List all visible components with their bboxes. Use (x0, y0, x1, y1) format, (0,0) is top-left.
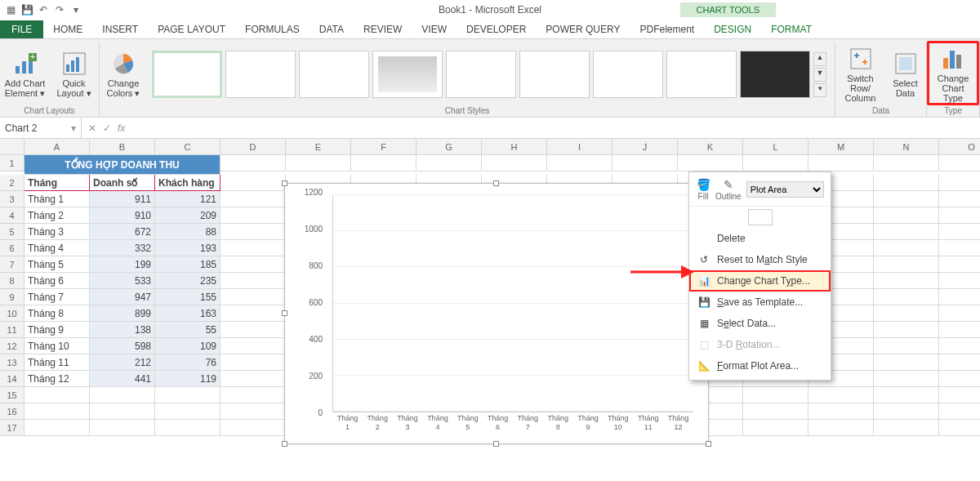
chart-type-icon: 📊 (697, 274, 710, 287)
cancel-icon[interactable]: ✕ (88, 122, 96, 134)
svg-rect-10 (851, 49, 871, 69)
svg-rect-0 (16, 66, 20, 73)
group-label-type: Type (944, 105, 962, 117)
chart-style-8[interactable] (666, 51, 737, 98)
gallery-down-icon[interactable]: ▼ (813, 68, 826, 82)
context-delete[interactable]: Delete (689, 228, 831, 249)
resize-handle-s[interactable] (493, 441, 499, 447)
gallery-more-icon[interactable]: ▾ (813, 83, 826, 97)
tab-data[interactable]: DATA (310, 20, 354, 38)
tab-insert[interactable]: INSERT (92, 20, 148, 38)
group-label-data: Data (872, 105, 889, 117)
tab-format[interactable]: FORMAT (761, 20, 822, 38)
group-label-styles: Chart Styles (445, 105, 489, 117)
embedded-chart[interactable]: 020040060080010001200 Tháng1Tháng2Tháng3… (284, 183, 709, 444)
window-title: Book1 - Microsoft Excel (439, 4, 541, 16)
chart-style-3[interactable] (299, 51, 369, 98)
tab-review[interactable]: REVIEW (354, 20, 412, 38)
resize-handle-nw[interactable] (282, 180, 287, 186)
context-select-data[interactable]: ▦Select Data... (689, 313, 831, 334)
tab-developer[interactable]: DEVELOPER (457, 20, 536, 38)
style-preview-icon[interactable] (748, 209, 773, 225)
ribbon-body: + Add Chart Element ▾ Quick Layout ▾ Cha… (0, 39, 980, 118)
svg-rect-1 (22, 61, 26, 73)
tab-view[interactable]: VIEW (412, 20, 457, 38)
title-bar: ▦ 💾 ↶ ↷ ▾ Book1 - Microsoft Excel CHART … (0, 0, 980, 20)
highlight-change-chart-type (927, 41, 979, 105)
group-chart-layouts: + Add Chart Element ▾ Quick Layout ▾ Cha… (0, 42, 100, 117)
context-reset-style[interactable]: ↺Reset to Match Style (689, 249, 831, 270)
group-label-layouts: Chart Layouts (24, 105, 74, 117)
add-chart-element-button[interactable]: + Add Chart Element ▾ (2, 49, 48, 100)
chart-style-7[interactable] (593, 51, 663, 98)
rotation-3d-icon: ⬚ (697, 338, 710, 351)
resize-handle-w[interactable] (282, 310, 287, 316)
quick-layout-button[interactable]: Quick Layout ▾ (51, 49, 97, 100)
pen-icon: ✎ (721, 177, 736, 192)
group-type: Change Chart Type Type (927, 42, 980, 117)
switch-row-column-button[interactable]: Switch Row/ Column (838, 44, 884, 105)
fill-dropdown[interactable]: 🪣Fill (696, 177, 710, 201)
chart-style-4[interactable] (372, 51, 443, 98)
chart-style-9[interactable] (740, 51, 810, 98)
fx-icon[interactable]: fx (118, 122, 125, 134)
chart-style-6[interactable] (519, 51, 590, 98)
resize-handle-sw[interactable] (282, 441, 287, 447)
tab-pdfelement[interactable]: PDFelement (630, 20, 704, 38)
save-template-icon: 💾 (697, 296, 710, 309)
enter-icon[interactable]: ✓ (103, 122, 111, 134)
context-format-plot-area[interactable]: 📐Format Plot Area... (689, 355, 831, 376)
ribbon-tabs: FILE HOME INSERT PAGE LAYOUT FORMULAS DA… (0, 20, 980, 39)
chart-styles-gallery[interactable]: ▲ ▼ ▾ (147, 51, 831, 98)
formula-bar-row: Chart 2▾ ✕ ✓ fx (0, 118, 980, 139)
change-colors-button[interactable]: Change Colors ▾ (103, 49, 144, 100)
chart-tools-contextual-tab: CHART TOOLS (680, 2, 776, 17)
chart-element-selector[interactable]: Plot Area (746, 181, 824, 198)
svg-text:+: + (30, 52, 35, 61)
resize-handle-se[interactable] (706, 441, 711, 447)
name-box[interactable]: Chart 2▾ (0, 118, 82, 138)
chart-plot-area[interactable] (332, 195, 693, 412)
save-icon[interactable]: 💾 (20, 2, 34, 17)
tab-design[interactable]: DESIGN (704, 20, 761, 38)
resize-handle-n[interactable] (493, 180, 499, 186)
chart-x-axis: Tháng1Tháng2Tháng3Tháng4Tháng5Tháng6Thán… (332, 414, 693, 435)
change-colors-icon (110, 51, 136, 77)
svg-rect-8 (76, 57, 79, 72)
chart-style-1[interactable] (152, 51, 222, 98)
tab-formulas[interactable]: FORMULAS (235, 20, 310, 38)
qat-more-icon[interactable]: ▾ (69, 2, 83, 17)
select-data-button[interactable]: Select Data (887, 49, 924, 100)
chart-style-5[interactable] (446, 51, 516, 98)
mini-toolbar: 🪣Fill ✎Outline Plot Area (689, 172, 831, 207)
chart-bars (333, 195, 693, 412)
context-change-chart-type[interactable]: 📊Change Chart Type... (689, 270, 831, 292)
gallery-up-icon[interactable]: ▲ (813, 52, 826, 66)
chart-style-2[interactable] (225, 51, 296, 98)
tab-home[interactable]: HOME (43, 20, 92, 38)
quick-access-toolbar: ▦ 💾 ↶ ↷ ▾ (3, 2, 83, 17)
svg-rect-6 (66, 65, 69, 72)
tab-power-query[interactable]: POWER QUERY (536, 20, 630, 38)
context-save-template[interactable]: 💾Save as Template... (689, 292, 831, 313)
group-data: Switch Row/ Column Select Data Data (835, 42, 927, 117)
context-3d-rotation: ⬚3-D Rotation... (689, 334, 831, 355)
undo-icon[interactable]: ↶ (36, 2, 51, 17)
switch-row-column-icon (848, 46, 874, 72)
svg-rect-7 (71, 60, 74, 72)
svg-rect-12 (899, 57, 912, 70)
group-chart-styles: Change Colors ▾ ▲ ▼ ▾ Chart Styles (100, 42, 835, 117)
tab-page-layout[interactable]: PAGE LAYOUT (148, 20, 235, 38)
format-plot-icon: 📐 (697, 359, 710, 372)
add-chart-element-icon: + (12, 51, 38, 77)
paint-bucket-icon: 🪣 (696, 177, 710, 192)
tab-file[interactable]: FILE (0, 20, 43, 38)
outline-dropdown[interactable]: ✎Outline (715, 177, 742, 201)
chart-y-axis: 020040060080010001200 (293, 192, 326, 412)
redo-icon[interactable]: ↷ (52, 2, 67, 17)
chart-context-menu: 🪣Fill ✎Outline Plot Area Delete ↺Reset t… (688, 171, 831, 381)
formula-bar[interactable]: ✕ ✓ fx (82, 122, 131, 134)
reset-icon: ↺ (697, 253, 710, 266)
excel-icon: ▦ (3, 2, 18, 17)
select-data-small-icon: ▦ (697, 317, 710, 330)
